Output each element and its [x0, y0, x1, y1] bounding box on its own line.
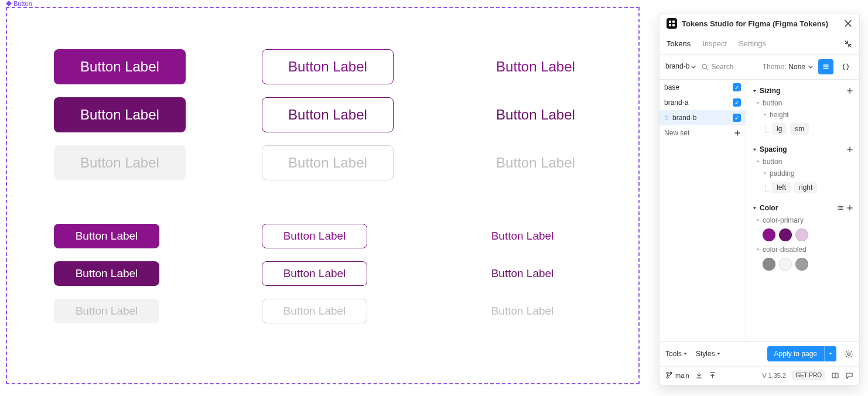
button-text-lg-disabled[interactable]: Button Label: [470, 145, 602, 180]
color-swatch-disabled-1[interactable]: [763, 258, 775, 271]
color-swatch-disabled-3[interactable]: [795, 258, 808, 271]
subgroup-button[interactable]: button: [752, 156, 853, 168]
view-json-button[interactable]: [838, 59, 853, 74]
panel-tabs: Tokens Inspect Settings: [659, 33, 859, 54]
svg-rect-1: [672, 21, 675, 23]
download-button[interactable]: [695, 371, 703, 379]
button-outline-sm-disabled[interactable]: Button Label: [262, 299, 367, 323]
search-placeholder: Search: [711, 63, 733, 71]
button-label: Button Label: [491, 267, 554, 280]
set-item-brand-a[interactable]: brand-a ✓: [659, 95, 746, 110]
button-text-sm-disabled[interactable]: Button Label: [470, 299, 575, 323]
color-swatch-primary-1[interactable]: [763, 228, 775, 241]
apply-to-page-button[interactable]: Apply to page: [767, 346, 824, 361]
checkbox-checked-icon[interactable]: ✓: [733, 114, 741, 122]
add-token-button[interactable]: [846, 87, 853, 94]
button-outline-lg[interactable]: Button Label: [262, 49, 394, 84]
upload-icon: [709, 371, 716, 379]
subgroup-label: button: [763, 158, 782, 166]
token-lg[interactable]: lg: [772, 123, 787, 135]
subgroup-height[interactable]: height: [752, 109, 853, 121]
set-item-label: base: [664, 83, 729, 91]
group-sizing[interactable]: Sizing: [752, 84, 853, 97]
tab-inspect[interactable]: Inspect: [702, 33, 727, 54]
docs-button[interactable]: [831, 371, 839, 380]
color-swatch-primary-2[interactable]: [779, 228, 792, 241]
upload-button[interactable]: [709, 371, 716, 379]
button-solid-lg-hover[interactable]: Button Label: [54, 97, 186, 132]
frame-label[interactable]: Button: [6, 0, 32, 7]
button-solid-sm[interactable]: Button Label: [54, 224, 159, 248]
group-spacing[interactable]: Spacing: [752, 143, 853, 156]
button-solid-lg-disabled[interactable]: Button Label: [54, 145, 186, 180]
styles-menu[interactable]: Styles: [696, 350, 721, 358]
button-outline-sm-hover[interactable]: Button Label: [262, 261, 367, 286]
color-swatch-primary-3[interactable]: [795, 228, 808, 241]
branch-selector[interactable]: main: [665, 371, 689, 379]
button-outline-lg-disabled[interactable]: Button Label: [262, 145, 394, 180]
button-label: Button Label: [496, 155, 575, 171]
tools-menu[interactable]: Tools: [665, 350, 688, 358]
canvas-frame[interactable]: Button Label Button Label Button Label B…: [6, 7, 640, 384]
color-swatch-disabled-2[interactable]: [779, 258, 792, 271]
feedback-button[interactable]: [845, 371, 853, 380]
checkbox-checked-icon[interactable]: ✓: [733, 98, 741, 107]
caret-down-icon: [763, 112, 767, 117]
tokens-studio-panel: Tokens Studio for Figma (Figma Tokens) T…: [659, 13, 860, 385]
subgroup-label: padding: [770, 169, 795, 177]
button-text-lg-hover[interactable]: Button Label: [470, 97, 602, 132]
view-list-button[interactable]: [818, 59, 833, 74]
svg-rect-0: [669, 21, 671, 23]
token-sm[interactable]: sm: [790, 123, 809, 135]
subgroup-button[interactable]: button: [752, 97, 853, 109]
tab-settings[interactable]: Settings: [739, 33, 766, 54]
button-solid-sm-disabled[interactable]: Button Label: [54, 299, 159, 323]
set-item-brand-b[interactable]: brand-b ✓: [659, 110, 746, 125]
theme-dropdown[interactable]: Theme: None: [763, 63, 814, 71]
search-input[interactable]: Search: [701, 63, 757, 71]
settings-gear-button[interactable]: [845, 350, 853, 359]
subgroup-padding[interactable]: padding: [752, 168, 853, 179]
get-pro-button[interactable]: GET PRO: [792, 370, 825, 380]
group-title: Color: [760, 204, 778, 212]
button-text-sm-hover[interactable]: Button Label: [470, 261, 575, 286]
branch-label: main: [675, 372, 689, 379]
svg-point-9: [667, 372, 668, 374]
apply-split-button[interactable]: [824, 346, 836, 361]
subgroup-label: color-primary: [763, 216, 804, 224]
button-outline-sm[interactable]: Button Label: [262, 224, 367, 248]
caret-down-icon: [756, 247, 760, 252]
button-outline-lg-hover[interactable]: Button Label: [262, 97, 394, 132]
add-token-button[interactable]: [846, 146, 853, 153]
add-token-button[interactable]: [846, 204, 853, 211]
button-label: Button Label: [283, 267, 346, 280]
button-label: Button Label: [80, 155, 159, 171]
set-item-base[interactable]: base ✓: [659, 80, 746, 95]
token-sets-list: base ✓ brand-a ✓ brand-b ✓ New set: [659, 80, 746, 341]
minimize-button[interactable]: [844, 40, 852, 48]
caret-down-icon: [756, 101, 760, 105]
button-text-sm[interactable]: Button Label: [470, 224, 575, 248]
close-button[interactable]: [844, 19, 852, 28]
group-color[interactable]: Color: [752, 202, 853, 214]
button-text-lg[interactable]: Button Label: [470, 49, 602, 84]
list-view-icon[interactable]: [837, 204, 844, 211]
caret-down-icon: [756, 159, 760, 164]
button-solid-sm-hover[interactable]: Button Label: [54, 261, 159, 286]
button-solid-lg[interactable]: Button Label: [54, 49, 186, 84]
button-label: Button Label: [496, 107, 575, 123]
checkbox-checked-icon[interactable]: ✓: [733, 83, 741, 91]
tab-tokens[interactable]: Tokens: [667, 33, 691, 54]
subgroup-color-primary[interactable]: color-primary: [752, 214, 853, 226]
subgroup-color-disabled[interactable]: color-disabled: [752, 244, 853, 255]
caret-down-icon: [828, 351, 833, 356]
token-row: lg sm: [752, 121, 853, 137]
svg-rect-2: [669, 24, 671, 26]
token-set-dropdown[interactable]: brand-b: [665, 63, 696, 70]
token-left[interactable]: left: [772, 182, 791, 193]
drag-handle-icon[interactable]: [664, 115, 669, 121]
token-right[interactable]: right: [794, 182, 817, 193]
new-set-button[interactable]: New set: [659, 125, 746, 141]
button-label: Button Label: [288, 59, 367, 75]
chevron-down-icon: [691, 64, 696, 70]
